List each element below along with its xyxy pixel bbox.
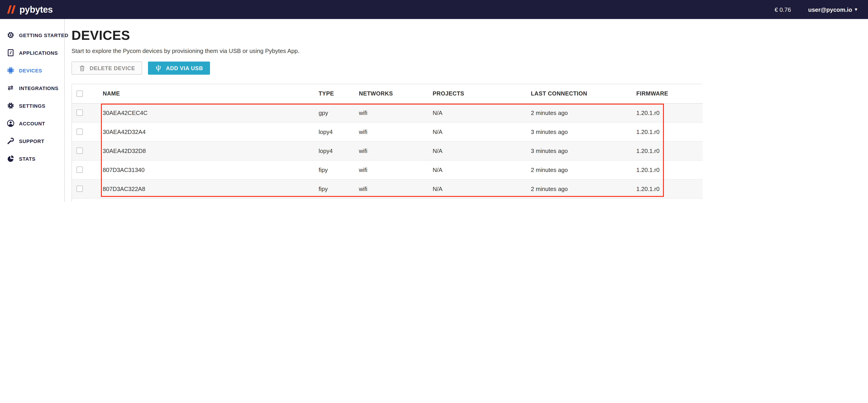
device-networks: wifi xyxy=(359,122,433,141)
device-projects: N/A xyxy=(433,179,531,198)
column-header-last-connection: LAST CONNECTION xyxy=(531,84,636,103)
device-projects: N/A xyxy=(433,103,531,122)
row-checkbox[interactable] xyxy=(76,128,83,135)
sidebar-item-label: SETTINGS xyxy=(19,103,45,108)
device-firmware: 1.20.1.r0 xyxy=(636,103,703,122)
device-name[interactable]: 30AEA42CEC4C xyxy=(103,103,319,122)
sidebar-item-settings[interactable]: SETTINGS xyxy=(0,97,64,115)
device-name[interactable]: 30AEA42D32D8 xyxy=(103,141,319,160)
column-header-type: TYPE xyxy=(319,84,359,103)
logo-text: pybytes xyxy=(20,4,53,15)
device-projects: N/A xyxy=(433,141,531,160)
account-icon xyxy=(7,120,14,127)
add-via-usb-label: ADD VIA USB xyxy=(166,65,203,71)
page-subtitle: Start to explore the Pycom devices by pr… xyxy=(71,48,702,54)
sidebar: GETTING STARTED APPLICATIONS xyxy=(0,19,65,202)
sidebar-item-label: GETTING STARTED xyxy=(19,32,68,38)
table-row: Crater-lake (sigfox) fipy sigfox My Firs… xyxy=(72,198,703,202)
device-firmware: 1.20.1.r0 xyxy=(636,179,703,198)
device-type: lopy4 xyxy=(319,141,359,160)
device-name[interactable]: 807D3AC322A8 xyxy=(103,179,319,198)
table-row: 807D3AC31340 fipy wifi N/A 2 minutes ago… xyxy=(72,160,703,179)
device-networks: wifi xyxy=(359,141,433,160)
device-last-connection: 5 minutes ago xyxy=(531,198,636,202)
page-title: DEVICES xyxy=(71,28,702,43)
pie-chart-icon xyxy=(7,155,14,162)
device-type: gpy xyxy=(319,103,359,122)
sidebar-item-account[interactable]: ACCOUNT xyxy=(0,115,64,132)
sidebar-item-stats[interactable]: STATS xyxy=(0,150,64,167)
device-firmware: 1.20.1.r0 xyxy=(636,141,703,160)
sidebar-item-label: APPLICATIONS xyxy=(19,50,58,56)
sidebar-item-label: DEVICES xyxy=(19,68,42,73)
app-window: pybytes € 0.76 user@pycom.io ▾ GETTING xyxy=(0,0,868,202)
device-type: fipy xyxy=(319,198,359,202)
device-firmware: 1.20.1.r0 xyxy=(636,122,703,141)
device-last-connection: 2 minutes ago xyxy=(531,160,636,179)
user-menu[interactable]: user@pycom.io ▾ xyxy=(808,6,857,13)
sidebar-nav: GETTING STARTED APPLICATIONS xyxy=(0,19,64,167)
device-networks: sigfox xyxy=(359,198,433,202)
column-header-name: NAME xyxy=(103,84,319,103)
table-row: 30AEA42CEC4C gpy wifi N/A 2 minutes ago … xyxy=(72,103,703,122)
integrations-arrows-icon: ⇄ xyxy=(7,84,14,92)
device-type: fipy xyxy=(319,179,359,198)
topbar-right: € 0.76 user@pycom.io ▾ xyxy=(775,6,857,13)
device-networks: wifi xyxy=(359,103,433,122)
sidebar-item-applications[interactable]: APPLICATIONS xyxy=(0,44,64,62)
select-all-checkbox[interactable] xyxy=(76,91,83,97)
gear-outline-icon xyxy=(7,31,14,39)
row-checkbox[interactable] xyxy=(76,166,83,173)
add-via-usb-button[interactable]: ADD VIA USB xyxy=(148,62,210,75)
table-row: 807D3AC322A8 fipy wifi N/A 2 minutes ago… xyxy=(72,179,703,198)
topbar: pybytes € 0.76 user@pycom.io ▾ xyxy=(0,0,868,19)
column-header-firmware: FIRMWARE xyxy=(636,84,703,103)
main-content: DEVICES Start to explore the Pycom devic… xyxy=(65,19,868,202)
devices-table: NAME TYPE NETWORKS PROJECTS LAST CONNECT… xyxy=(72,84,703,202)
device-projects: N/A xyxy=(433,122,531,141)
pybytes-logo-icon xyxy=(6,5,16,14)
device-last-connection: 2 minutes ago xyxy=(531,179,636,198)
actions-toolbar: DELETE DEVICE ADD VIA USB xyxy=(71,62,702,75)
gear-icon xyxy=(7,102,14,110)
device-chip-icon xyxy=(7,66,14,74)
sidebar-item-support[interactable]: SUPPORT xyxy=(0,132,64,150)
device-networks: wifi xyxy=(359,160,433,179)
table-row: 30AEA42D32D8 lopy4 wifi N/A 3 minutes ag… xyxy=(72,141,703,160)
row-checkbox[interactable] xyxy=(76,148,83,154)
device-table-body: 30AEA42CEC4C gpy wifi N/A 2 minutes ago … xyxy=(72,103,703,202)
device-type: fipy xyxy=(319,160,359,179)
device-firmware: 1.18.2.r6 xyxy=(636,198,703,202)
pybytes-logo[interactable]: pybytes xyxy=(6,4,53,15)
sidebar-item-label: INTEGRATIONS xyxy=(19,85,58,91)
device-firmware: 1.20.1.r0 xyxy=(636,160,703,179)
user-email: user@pycom.io xyxy=(808,6,852,13)
device-projects: My First Application xyxy=(433,198,531,202)
devices-table-container: NAME TYPE NETWORKS PROJECTS LAST CONNECT… xyxy=(71,84,702,202)
device-last-connection: 2 minutes ago xyxy=(531,103,636,122)
delete-device-button[interactable]: DELETE DEVICE xyxy=(71,62,142,75)
device-name[interactable]: 807D3AC31340 xyxy=(103,160,319,179)
row-checkbox[interactable] xyxy=(76,186,83,192)
wrench-icon xyxy=(7,137,14,145)
device-last-connection: 3 minutes ago xyxy=(531,122,636,141)
device-type: lopy4 xyxy=(319,122,359,141)
column-header-networks: NETWORKS xyxy=(359,84,433,103)
delete-device-label: DELETE DEVICE xyxy=(90,65,135,71)
row-checkbox[interactable] xyxy=(76,110,83,116)
sidebar-item-devices[interactable]: DEVICES xyxy=(0,62,64,79)
sidebar-item-integrations[interactable]: ⇄ INTEGRATIONS xyxy=(0,79,64,97)
device-name[interactable]: 30AEA42D32A4 xyxy=(103,122,319,141)
chevron-down-icon: ▾ xyxy=(855,7,857,12)
applications-icon xyxy=(7,49,14,57)
column-header-projects: PROJECTS xyxy=(433,84,531,103)
sidebar-item-getting-started[interactable]: GETTING STARTED xyxy=(0,26,64,44)
trash-icon xyxy=(78,65,86,71)
balance-amount: € 0.76 xyxy=(775,6,791,13)
sidebar-item-label: SUPPORT xyxy=(19,138,44,144)
table-row: 30AEA42D32A4 lopy4 wifi N/A 3 minutes ag… xyxy=(72,122,703,141)
sidebar-item-label: ACCOUNT xyxy=(19,121,45,126)
sidebar-item-label: STATS xyxy=(19,156,35,161)
usb-icon xyxy=(155,64,162,72)
device-name[interactable]: Crater-lake (sigfox) xyxy=(103,198,319,202)
